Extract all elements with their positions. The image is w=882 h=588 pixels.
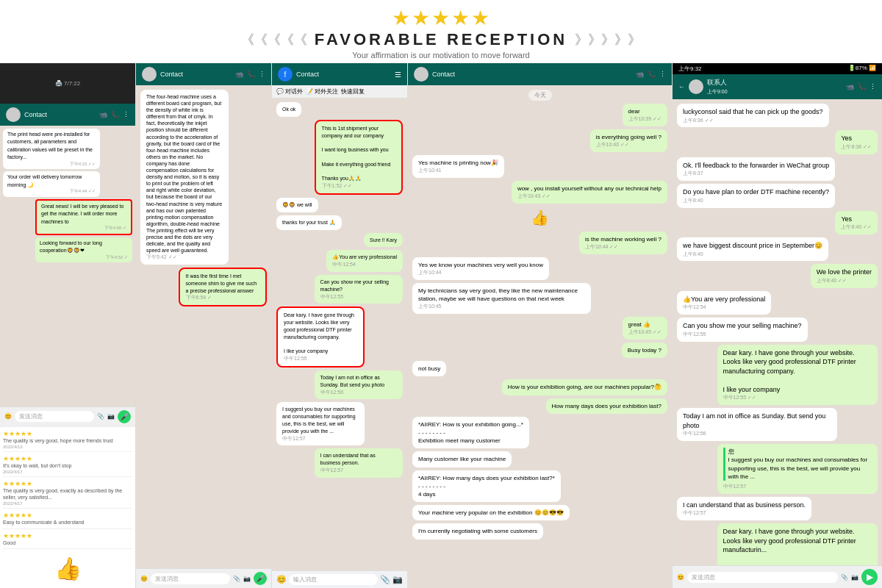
msg-bubble: Yes machine is printing now🎉 上午10:41	[412, 155, 504, 178]
camera-icon[interactable]: 📷	[851, 574, 858, 581]
video-icon[interactable]: 📹	[636, 71, 644, 78]
fifth-panel: 上午9:32 🔋87% 📶 ← 联系人上午9:00 📹 📞 ⋮ luckycon…	[673, 63, 882, 588]
msg-bubble: Yes we know your machines very well you …	[412, 257, 549, 280]
review-item: ★★★★★ Easy to communicate & understand	[3, 512, 132, 528]
msg-bubble: I can understand that as business person…	[315, 448, 403, 477]
menu-icon[interactable]: ⋮	[259, 71, 265, 78]
call-icon[interactable]: 📞	[648, 71, 656, 78]
video-icon[interactable]: 📹	[99, 111, 107, 118]
review-date: 2022/4/17	[3, 501, 132, 506]
attach-icon[interactable]: 📎	[841, 574, 848, 581]
msg-time: 下午4:52 ✓	[40, 255, 128, 261]
msg-time: 中午12:56	[683, 430, 831, 437]
video-icon[interactable]: 📹	[846, 83, 854, 90]
msg-bubble: Dear kary. I have gone through your webs…	[717, 345, 878, 406]
send-icon[interactable]: ▶	[861, 569, 878, 585]
left-chat-window: Contact 📹 📞 ⋮ The print head were pre-in…	[0, 104, 135, 426]
msg-time: 上午8:40 ✓✓	[841, 223, 872, 231]
second-panel: Contact 📹 📞 ⋮ The four-head machine uses…	[136, 63, 272, 588]
msg-bubble: Ok. I'll feedback to the forwarder in We…	[677, 157, 835, 181]
msg-time: 上午10:41	[418, 167, 498, 174]
contact-name: Contact	[432, 71, 632, 78]
main-content: 🖨️ 7/7:22 Contact 📹 📞 ⋮ The print head w…	[0, 63, 882, 588]
msg-bubble-highlighted: Great news! I will be very pleased to ge…	[35, 199, 132, 235]
msg-text: Looking forward to our long cooperation🦁…	[40, 240, 102, 253]
message-input[interactable]: 发送消息	[687, 572, 838, 583]
msg-bubble: Yes 上午8:36 ✓✓	[835, 130, 878, 154]
msg-text: Ok. I'll feedback to the forwarder in We…	[683, 161, 829, 171]
second-chat-input-bar: 😊 发送消息 📎 📷 🎤	[136, 568, 271, 588]
msg-bubble: Looking forward to our long cooperation🦁…	[35, 237, 132, 263]
status-icons: 🔋87% 📶	[848, 65, 876, 73]
msg-text: The four-head machine uses a different b…	[146, 93, 223, 254]
msg-bubble: Sure !! Kary	[364, 233, 403, 248]
camera-icon[interactable]: 📷	[243, 576, 251, 582]
emoji-icon[interactable]: 😊	[677, 574, 684, 581]
msg-text: I'm currently negotiating with some cust…	[418, 527, 537, 535]
thumbs-reaction: 👍	[412, 209, 667, 226]
msg-bubble: 👍You are very professional 中午12:54	[677, 291, 771, 315]
left-panel: 🖨️ 7/7:22 Contact 📹 📞 ⋮ The print head w…	[0, 63, 136, 588]
msg-text: Dear kary. I have gone through your webs…	[723, 527, 872, 565]
msg-bubble: Your machine very popular on the exhibit…	[412, 505, 570, 520]
camera-icon[interactable]: 📷	[392, 575, 403, 584]
msg-text: The print head were pre-installed for cu…	[7, 132, 93, 159]
msg-bubble: My technicians say very good, they like …	[412, 283, 591, 314]
msg-time: 上午8:40 ✓✓	[817, 277, 872, 284]
emoji-icon[interactable]: 😊	[276, 575, 287, 584]
msg-text: Can you show me your selling machine?	[683, 321, 802, 331]
call-icon[interactable]: 📞	[247, 71, 255, 78]
message-input[interactable]: 输入消息	[289, 574, 378, 585]
message-input[interactable]: 发送消息	[151, 573, 230, 584]
menu-icon[interactable]: ⋮	[870, 83, 876, 90]
avatar	[142, 67, 157, 82]
mic-icon[interactable]: 🎤	[254, 572, 267, 585]
photo-label: 🖨️ 7/7:22	[55, 80, 80, 87]
third-panel: f Contact ☰ 💬 对话外 📝 对外关注 快速回复 Ok ok This…	[272, 63, 408, 588]
msg-text: Yes	[841, 215, 872, 224]
tab-others[interactable]: 快速回复	[341, 87, 365, 96]
menu-icon[interactable]: ⋮	[659, 71, 666, 78]
video-icon[interactable]: 📹	[235, 71, 243, 78]
emoji-icon[interactable]: 😊	[4, 413, 12, 420]
menu-icon[interactable]: ⋮	[123, 111, 129, 118]
msg-text: Great news! I will be very pleased to ge…	[41, 204, 123, 224]
page-header: ★★★★★ 《《《《《 FAVORABLE RECEPTION 》》》》》 Yo…	[0, 0, 882, 63]
call-icon[interactable]: 📞	[858, 83, 866, 90]
fifth-chat-header: ← 联系人上午9:00 📹 📞 ⋮	[673, 74, 882, 99]
attach-icon[interactable]: 📎	[380, 575, 390, 584]
msg-time: 下午5:42 ✓✓	[146, 254, 223, 261]
msg-text: Yes machine is printing now🎉	[418, 159, 498, 167]
msg-bubble: Today I am not in office as Sunday. But …	[315, 370, 403, 399]
menu-icon[interactable]: ☰	[395, 71, 401, 79]
call-icon[interactable]: 📞	[111, 111, 119, 118]
back-icon[interactable]: ←	[678, 83, 685, 90]
msg-bubble: is the machine working well ? 上午10:44 ✓✓	[579, 232, 667, 254]
msg-text: Yes we know your machines very well you …	[418, 261, 543, 269]
tab-chat[interactable]: 💬 对话外	[276, 87, 303, 96]
msg-time: 下午4:23 ✓✓	[7, 162, 96, 168]
msg-bubble: Can you show me your selling machine? 中午…	[677, 318, 808, 341]
mic-icon[interactable]: 🎤	[118, 410, 131, 423]
msg-text: Do you have plan to order DTF machine re…	[683, 187, 829, 197]
msg-bubble-highlighted: Dear kary. I have gone through your webs…	[276, 306, 365, 368]
camera-icon[interactable]: 📷	[107, 413, 115, 420]
review-text: Good	[3, 540, 132, 546]
msg-time: 上午10:40 ✓✓	[596, 141, 662, 148]
page-subtitle: Your affirmation is our motivation to mo…	[0, 51, 882, 60]
contact-name: Contact	[24, 111, 96, 118]
msg-time: 下午4:44 ✓✓	[7, 189, 96, 195]
attach-icon[interactable]: 📎	[233, 576, 240, 582]
msg-bubble: Ok ok	[276, 102, 301, 117]
message-input[interactable]: 发送消息	[15, 411, 94, 422]
msg-time: 下午1:52 ✓✓	[322, 182, 395, 190]
tab-notes[interactable]: 📝 对外关注	[306, 87, 338, 96]
msg-text: dear	[628, 107, 662, 115]
msg-bubble: Many customer like your machine	[412, 451, 512, 467]
left-chat-header: Contact 📹 📞 ⋮	[0, 104, 135, 126]
attach-icon[interactable]: 📎	[97, 413, 104, 420]
emoji-icon[interactable]: 😊	[140, 576, 148, 582]
review-text: The quality is very good, hope more frie…	[3, 438, 132, 444]
review-stars: ★★★★★	[3, 532, 132, 539]
msg-time: 中午12:54	[683, 304, 765, 311]
